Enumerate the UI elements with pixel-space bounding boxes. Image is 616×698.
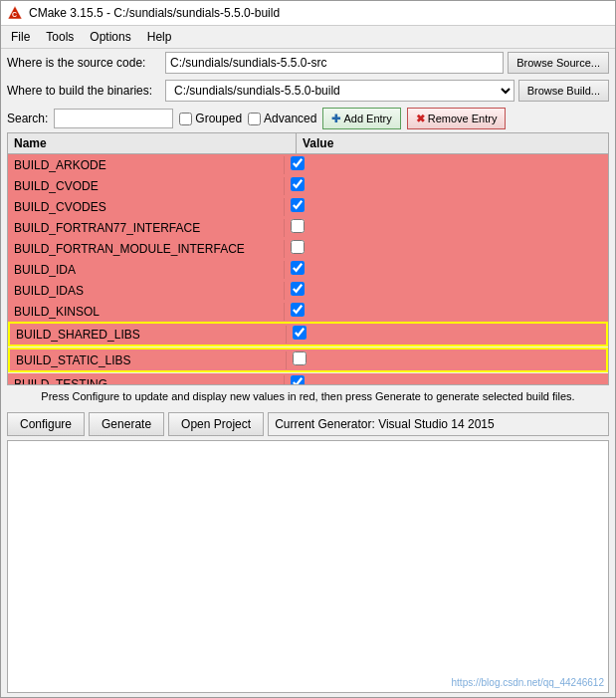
entry-checkbox[interactable] [291,303,305,317]
entry-checkbox[interactable] [293,326,307,340]
cell-name: BUILD_FORTRAN_MODULE_INTERFACE [8,240,285,258]
col-value-header: Value [297,133,608,153]
entry-checkbox[interactable] [291,240,305,254]
entry-checkbox[interactable] [291,261,305,275]
table-row[interactable]: BUILD_TESTING [8,373,608,384]
x-icon: ✖ [416,113,425,125]
table-row[interactable]: BUILD_STATIC_LIBS [8,348,608,372]
table-header: Name Value [8,133,608,154]
grouped-label[interactable]: Grouped [179,112,242,125]
window-title: CMake 3.15.5 - C:/sundials/sundials-5.5.… [29,6,280,20]
status-text: Press Configure to update and display ne… [1,385,615,408]
add-entry-button[interactable]: ✚ Add Entry [322,108,400,129]
title-bar: C CMake 3.15.5 - C:/sundials/sundials-5.… [1,1,615,26]
entry-checkbox[interactable] [291,282,305,296]
remove-entry-button[interactable]: ✖ Remove Entry [407,108,507,129]
menu-bar: File Tools Options Help [1,26,615,49]
table-row[interactable]: BUILD_IDAS [8,280,608,301]
table-row[interactable]: BUILD_KINSOL [8,301,608,322]
search-label: Search: [7,112,48,125]
svg-text:C: C [12,11,17,18]
cell-name: BUILD_FORTRAN77_INTERFACE [8,219,285,237]
cell-name: BUILD_IDAS [8,282,285,300]
entry-checkbox[interactable] [291,375,305,384]
cell-name: BUILD_SHARED_LIBS [10,326,287,344]
search-input[interactable] [54,109,173,128]
entry-checkbox[interactable] [291,177,305,191]
cell-value[interactable] [285,280,608,301]
watermark: https://blog.csdn.net/qq_44246612 [452,677,604,688]
entry-checkbox[interactable] [293,351,307,365]
entry-checkbox[interactable] [291,198,305,212]
cell-value[interactable] [285,259,608,280]
entry-checkbox[interactable] [291,219,305,233]
configure-button[interactable]: Configure [7,412,85,436]
browse-source-button[interactable]: Browse Source... [508,52,609,74]
table-row[interactable]: BUILD_SHARED_LIBS [8,322,608,347]
cell-name: BUILD_TESTING [8,375,285,384]
menu-tools[interactable]: Tools [40,28,80,46]
menu-help[interactable]: Help [141,28,178,46]
generator-text: Current Generator: Visual Studio 14 2015 [268,412,609,436]
source-label: Where is the source code: [7,56,161,70]
table-body[interactable]: BUILD_ARKODEBUILD_CVODEBUILD_CVODESBUILD… [8,154,608,384]
cell-value[interactable] [285,373,608,384]
bottom-buttons: Configure Generate Open Project Current … [1,408,615,440]
cell-value[interactable] [285,301,608,322]
main-window: C CMake 3.15.5 - C:/sundials/sundials-5.… [0,0,616,698]
source-row: Where is the source code: Browse Source.… [1,49,615,77]
cell-value[interactable] [285,175,608,196]
output-area: https://blog.csdn.net/qq_44246612 [7,440,609,693]
advanced-label[interactable]: Advanced [248,112,316,125]
open-project-button[interactable]: Open Project [168,412,264,436]
cmake-logo-icon: C [7,5,23,21]
cell-name: BUILD_KINSOL [8,303,285,321]
advanced-checkbox[interactable] [248,113,261,125]
cell-value[interactable] [285,196,608,217]
table-row[interactable]: BUILD_FORTRAN_MODULE_INTERFACE [8,238,608,259]
generate-button[interactable]: Generate [89,412,164,436]
grouped-checkbox[interactable] [179,113,192,125]
col-name-header: Name [8,133,297,153]
menu-file[interactable]: File [5,28,36,46]
cell-value[interactable] [287,324,606,345]
table-row[interactable]: BUILD_ARKODE [8,154,608,175]
cell-value[interactable] [285,154,608,175]
cell-name: BUILD_ARKODE [8,156,285,174]
cell-value[interactable] [285,217,608,238]
plus-icon: ✚ [331,113,340,125]
source-input[interactable] [165,52,504,74]
entries-table: Name Value BUILD_ARKODEBUILD_CVODEBUILD_… [7,132,609,385]
table-row[interactable]: BUILD_FORTRAN77_INTERFACE [8,217,608,238]
cell-name: BUILD_IDA [8,261,285,279]
cell-value[interactable] [287,349,606,370]
build-row: Where to build the binaries: C:/sundials… [1,77,615,105]
cell-value[interactable] [285,238,608,259]
search-row: Search: Grouped Advanced ✚ Add Entry ✖ R… [1,105,615,132]
menu-options[interactable]: Options [84,28,136,46]
table-row[interactable]: BUILD_CVODE [8,175,608,196]
cell-name: BUILD_STATIC_LIBS [10,351,287,369]
build-label: Where to build the binaries: [7,84,161,98]
entry-checkbox[interactable] [291,156,305,170]
cell-name: BUILD_CVODE [8,177,285,195]
build-select[interactable]: C:/sundials/sundials-5.5.0-build [165,80,514,102]
table-row[interactable]: BUILD_CVODES [8,196,608,217]
cell-name: BUILD_CVODES [8,198,285,216]
table-row[interactable]: BUILD_IDA [8,259,608,280]
browse-build-button[interactable]: Browse Build... [518,80,609,102]
